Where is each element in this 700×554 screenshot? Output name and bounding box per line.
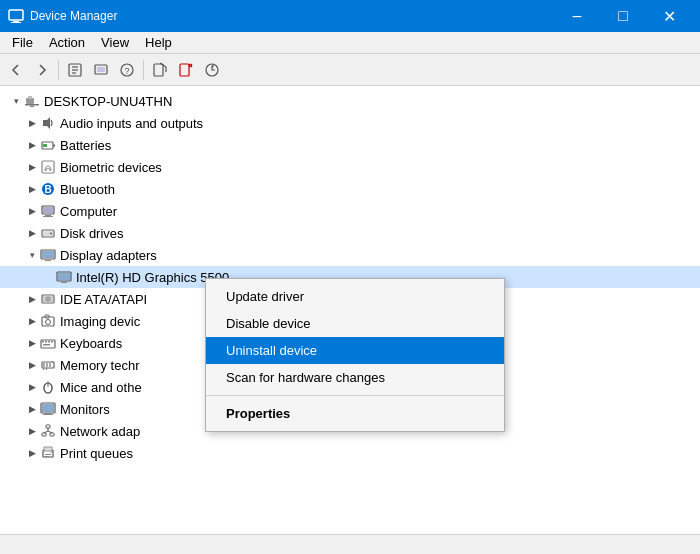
help-button[interactable]: ?	[115, 58, 139, 82]
svg-rect-35	[42, 251, 54, 258]
svg-rect-36	[45, 260, 51, 261]
ide-icon	[40, 291, 56, 307]
scan-button[interactable]	[200, 58, 224, 82]
remove-button[interactable]	[174, 58, 198, 82]
mice-expander[interactable]: ▶	[24, 379, 40, 395]
svg-point-43	[47, 298, 49, 300]
forward-button[interactable]	[30, 58, 54, 82]
svg-rect-70	[50, 433, 54, 436]
computer-label: Computer	[60, 204, 117, 219]
computer-icon	[40, 203, 56, 219]
svg-rect-8	[97, 67, 105, 72]
keyboards-label: Keyboards	[60, 336, 122, 351]
batteries-expander[interactable]: ▶	[24, 137, 40, 153]
context-separator	[206, 395, 504, 396]
svg-point-33	[50, 232, 52, 234]
svg-rect-51	[51, 341, 53, 343]
disk-expander[interactable]: ▶	[24, 225, 40, 241]
context-update-driver[interactable]: Update driver	[206, 283, 504, 310]
drivers-button[interactable]	[89, 58, 113, 82]
monitors-expander[interactable]: ▶	[24, 401, 40, 417]
keyboards-expander[interactable]: ▶	[24, 335, 40, 351]
svg-rect-18	[25, 104, 39, 106]
mice-label: Mice and othe	[60, 380, 142, 395]
batteries-label: Batteries	[60, 138, 111, 153]
bluetooth-expander[interactable]: ▶	[24, 181, 40, 197]
network-expander[interactable]: ▶	[24, 423, 40, 439]
separator-1	[58, 60, 59, 80]
svg-rect-11	[154, 64, 163, 76]
display-icon	[40, 247, 56, 263]
status-bar	[0, 534, 700, 554]
monitors-label: Monitors	[60, 402, 110, 417]
context-properties[interactable]: Properties	[206, 400, 504, 427]
svg-rect-59	[46, 368, 47, 370]
svg-rect-39	[61, 282, 67, 283]
menu-file[interactable]: File	[4, 32, 41, 53]
tree-print[interactable]: ▶ Print queues	[0, 442, 700, 464]
svg-rect-49	[45, 341, 47, 343]
biometric-icon	[40, 159, 56, 175]
biometric-expander[interactable]: ▶	[24, 159, 40, 175]
update-driver-button[interactable]	[148, 58, 172, 82]
tree-batteries[interactable]: ▶ Batteries	[0, 134, 700, 156]
menu-help[interactable]: Help	[137, 32, 180, 53]
audio-expander[interactable]: ▶	[24, 115, 40, 131]
svg-rect-30	[43, 216, 53, 217]
svg-rect-28	[43, 207, 53, 213]
disk-icon	[40, 225, 56, 241]
context-menu: Update driver Disable device Uninstall d…	[205, 278, 505, 432]
root-expander[interactable]: ▾	[8, 93, 24, 109]
svg-rect-77	[45, 456, 49, 457]
maximize-button[interactable]: □	[600, 0, 646, 32]
svg-rect-2	[11, 22, 21, 23]
context-uninstall-device[interactable]: Uninstall device	[206, 337, 504, 364]
menu-view[interactable]: View	[93, 32, 137, 53]
mice-icon	[40, 379, 56, 395]
svg-rect-50	[48, 341, 50, 343]
ide-expander[interactable]: ▶	[24, 291, 40, 307]
memory-expander[interactable]: ▶	[24, 357, 40, 373]
svg-rect-69	[42, 433, 46, 436]
tree-disk[interactable]: ▶ Disk drives	[0, 222, 700, 244]
svg-rect-23	[53, 145, 55, 147]
svg-point-78	[50, 451, 52, 453]
svg-rect-24	[42, 161, 54, 173]
context-scan-changes[interactable]: Scan for hardware changes	[206, 364, 504, 391]
svg-rect-55	[46, 363, 48, 367]
svg-rect-68	[46, 425, 50, 428]
imaging-expander[interactable]: ▶	[24, 313, 40, 329]
svg-rect-22	[43, 144, 47, 147]
close-button[interactable]: ✕	[646, 0, 692, 32]
print-label: Print queues	[60, 446, 133, 461]
memory-icon	[40, 357, 56, 373]
svg-rect-19	[30, 106, 34, 108]
svg-rect-29	[45, 215, 51, 216]
tree-audio[interactable]: ▶ Audio inputs and outputs	[0, 112, 700, 134]
properties-button[interactable]	[63, 58, 87, 82]
display-expander[interactable]: ▾	[24, 247, 40, 263]
svg-rect-48	[42, 341, 44, 343]
minimize-button[interactable]: –	[554, 0, 600, 32]
svg-marker-20	[43, 117, 50, 129]
menu-action[interactable]: Action	[41, 32, 93, 53]
bluetooth-icon: B	[40, 181, 56, 197]
context-disable-device[interactable]: Disable device	[206, 310, 504, 337]
tree-computer[interactable]: ▶ Computer	[0, 200, 700, 222]
print-expander[interactable]: ▶	[24, 445, 40, 461]
tree-biometric[interactable]: ▶ Biometric devices	[0, 156, 700, 178]
disk-label: Disk drives	[60, 226, 124, 241]
back-button[interactable]	[4, 58, 28, 82]
memory-label: Memory techr	[60, 358, 139, 373]
toolbar: ?	[0, 54, 700, 86]
tree-bluetooth[interactable]: ▶ B Bluetooth	[0, 178, 700, 200]
svg-rect-76	[45, 454, 51, 455]
tree-root[interactable]: ▾ DESKTOP-UNU4THN	[0, 90, 700, 112]
svg-rect-52	[43, 344, 50, 346]
computer-expander[interactable]: ▶	[24, 203, 40, 219]
imaging-label: Imaging devic	[60, 314, 140, 329]
content-area: ▾ DESKTOP-UNU4THN ▶ Audio inputs and	[0, 86, 700, 534]
svg-rect-75	[44, 447, 52, 451]
window-title: Device Manager	[30, 9, 554, 23]
tree-display[interactable]: ▾ Display adapters	[0, 244, 700, 266]
